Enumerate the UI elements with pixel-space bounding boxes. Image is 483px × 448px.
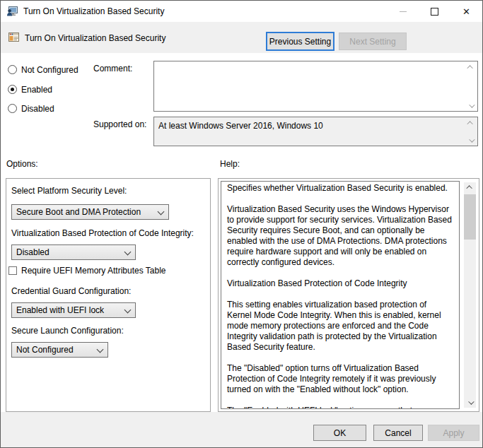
apply-button[interactable]: Apply: [428, 425, 479, 441]
radio-not-configured[interactable]: Not Configured: [8, 64, 78, 75]
credential-guard-select[interactable]: Enabled with UEFI lock: [11, 302, 136, 318]
policy-setting-icon: [8, 31, 20, 43]
scroll-down-icon[interactable]: [465, 101, 477, 110]
options-section-label: Options:: [6, 159, 38, 169]
combo-value: Not Configured: [16, 345, 74, 355]
help-paragraph: This setting enables virtualization base…: [227, 300, 453, 353]
scroll-down-icon: [465, 136, 477, 145]
secure-launch-label: Secure Launch Configuration:: [11, 326, 124, 336]
ok-button[interactable]: OK: [313, 425, 366, 441]
chevron-down-icon: [158, 208, 165, 216]
title-bar: Turn On Virtualization Based Security ✕: [1, 1, 482, 22]
comment-scrollbar[interactable]: [465, 62, 477, 110]
scrollbar-thumb[interactable]: [464, 194, 476, 240]
dialog-footer: OK Cancel Apply: [1, 412, 482, 448]
radio-label: Disabled: [21, 104, 54, 114]
maximize-icon: [431, 8, 438, 16]
comment-input[interactable]: [153, 61, 478, 112]
help-section-label: Help:: [220, 159, 240, 169]
help-panel: Specifies whether Virtualization Based S…: [218, 178, 479, 412]
next-setting-button[interactable]: Next Setting: [339, 33, 407, 50]
platform-security-level-select[interactable]: Secure Boot and DMA Protection: [11, 204, 169, 220]
code-integrity-label: Virtualization Based Protection of Code …: [11, 228, 194, 238]
uefi-memory-attributes-checkbox[interactable]: Require UEFI Memory Attributes Table: [8, 266, 166, 276]
help-scrollbar[interactable]: [464, 182, 476, 408]
scroll-up-icon: [465, 118, 477, 127]
combo-value: Disabled: [16, 247, 50, 257]
chevron-down-icon: [97, 346, 104, 353]
help-paragraph: Virtualization Based Security uses the W…: [227, 204, 453, 268]
close-button[interactable]: ✕: [450, 1, 482, 22]
chevron-down-icon: [124, 249, 132, 256]
supported-scrollbar: [465, 118, 477, 145]
scroll-up-icon[interactable]: [464, 182, 476, 192]
secure-launch-select[interactable]: Not Configured: [11, 342, 108, 358]
scroll-up-icon[interactable]: [465, 62, 477, 71]
radio-selected-icon: [8, 85, 17, 94]
platform-security-level-label: Select Platform Security Level:: [11, 186, 127, 196]
radio-label: Not Configured: [21, 65, 78, 75]
credential-guard-label: Credential Guard Configuration:: [11, 286, 131, 296]
radio-label: Enabled: [21, 85, 52, 95]
maximize-button[interactable]: [419, 1, 450, 22]
radio-disabled[interactable]: Disabled: [8, 103, 54, 114]
code-integrity-protection-select[interactable]: Disabled: [11, 244, 136, 260]
help-paragraph: The "Disabled" option turns off Virtuali…: [227, 363, 453, 395]
setting-header: Turn On Virtualization Based Security Pr…: [1, 22, 482, 53]
help-paragraph: The "Enabled with UEFI lock" option ensu…: [227, 406, 453, 409]
previous-setting-button[interactable]: Previous Setting: [266, 32, 334, 51]
help-text[interactable]: Specifies whether Virtualization Based S…: [221, 181, 460, 409]
supported-on-field: At least Windows Server 2016, Windows 10: [153, 117, 478, 146]
help-paragraph: Specifies whether Virtualization Based S…: [227, 183, 453, 194]
policy-setting-dialog: Turn On Virtualization Based Security ✕ …: [0, 0, 483, 448]
chevron-down-icon: [124, 307, 132, 314]
help-paragraph: Virtualization Based Protection of Code …: [227, 278, 453, 289]
checkbox-label: Require UEFI Memory Attributes Table: [21, 266, 166, 276]
checkbox-icon: [8, 266, 17, 275]
combo-value: Secure Boot and DMA Protection: [16, 207, 141, 217]
minimize-button: [387, 1, 419, 22]
radio-circle-icon: [8, 65, 17, 74]
radio-enabled[interactable]: Enabled: [8, 84, 52, 95]
options-panel: Select Platform Security Level: Secure B…: [6, 178, 211, 412]
cancel-button[interactable]: Cancel: [373, 425, 423, 441]
close-icon: ✕: [462, 7, 470, 16]
supported-on-value: At least Windows Server 2016, Windows 10: [158, 121, 462, 131]
supported-on-label: Supported on:: [93, 119, 146, 129]
setting-name: Turn On Virtualization Based Security: [25, 33, 165, 43]
window-title: Turn On Virtualization Based Security: [23, 6, 387, 16]
radio-circle-icon: [8, 104, 17, 113]
combo-value: Enabled with UEFI lock: [16, 305, 104, 315]
comment-label: Comment:: [93, 64, 132, 73]
scroll-down-icon[interactable]: [464, 398, 476, 408]
group-policy-app-icon: [6, 6, 18, 17]
minimize-icon: [400, 11, 407, 12]
